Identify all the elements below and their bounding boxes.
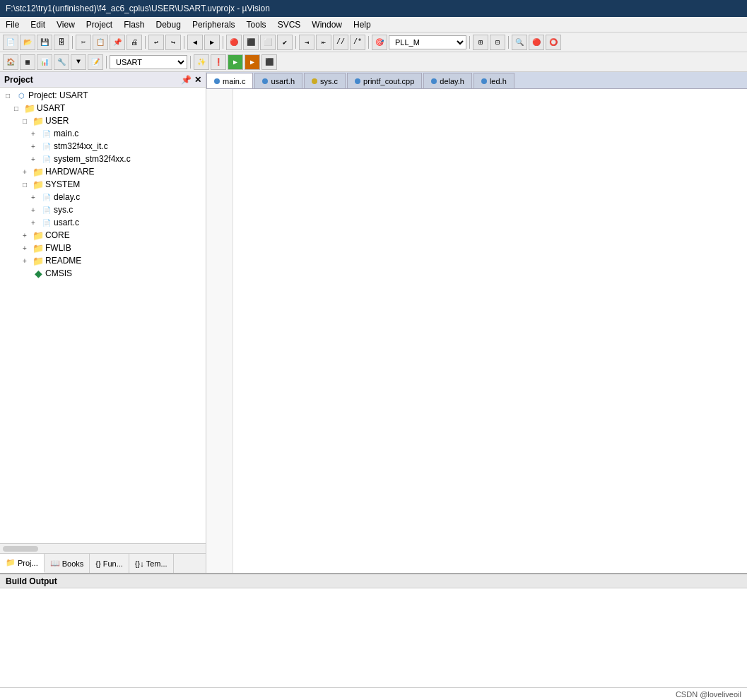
tab-label: printf_cout.cpp <box>363 77 414 85</box>
tab-sysc[interactable]: sys.c <box>304 73 346 88</box>
tab-templates[interactable]: {}↓ Tem... <box>129 554 174 573</box>
t2-b6[interactable]: ❗ <box>211 54 226 70</box>
ext2[interactable]: ⊟ <box>490 35 505 50</box>
expand-icon[interactable]: + <box>23 232 33 239</box>
undo-btn[interactable]: ↩ <box>148 35 164 50</box>
expand-icon[interactable]: + <box>31 219 41 227</box>
t2-b5[interactable]: 📝 <box>88 54 103 70</box>
tree-system-folder[interactable]: □ 📁 SYSTEM <box>0 178 206 191</box>
t2-b9[interactable]: ⬛ <box>261 54 277 70</box>
tab-project[interactable]: 📁 Proj... <box>0 554 45 573</box>
target-select[interactable]: PLL_M <box>389 35 466 49</box>
tab-delayh[interactable]: delay.h <box>423 73 472 88</box>
file-icon: 📄 <box>41 217 52 228</box>
expand-icon[interactable]: □ <box>23 181 33 189</box>
tree-file-usartc[interactable]: + 📄 usart.c <box>0 216 206 229</box>
expand-icon[interactable]: + <box>31 143 41 150</box>
bkpt-btn[interactable]: 🔴 <box>226 35 242 50</box>
stop-btn[interactable]: 🔴 <box>529 35 544 50</box>
tree-core-folder[interactable]: + 📁 CORE <box>0 229 206 242</box>
expand-icon[interactable]: + <box>23 244 33 252</box>
indent-btn[interactable]: ⇥ <box>299 35 314 50</box>
cmt-btn[interactable]: // <box>333 35 348 50</box>
wand-btn[interactable]: ✨ <box>194 54 209 70</box>
pin-icon[interactable]: 📌 <box>181 75 192 85</box>
cut-btn[interactable]: ✂ <box>76 35 91 50</box>
h-scrollbar[interactable] <box>0 543 206 553</box>
back-btn[interactable]: ◀ <box>187 35 203 50</box>
copy-btn[interactable]: 📋 <box>93 35 108 50</box>
menu-item-flash[interactable]: Flash <box>118 18 150 31</box>
t2-b3[interactable]: 🔧 <box>54 54 69 70</box>
redo-btn[interactable]: ↪ <box>165 35 181 50</box>
t2-b1[interactable]: ▦ <box>20 54 35 70</box>
tree-hardware-folder[interactable]: + 📁 HARDWARE <box>0 165 206 178</box>
tree-file-sysc2[interactable]: + 📄 sys.c <box>0 203 206 216</box>
tree-file-sysc[interactable]: + 📄 system_stm32f4xx.c <box>0 153 206 165</box>
expand-icon[interactable]: + <box>31 130 41 138</box>
target-select-2[interactable]: USART <box>110 55 187 69</box>
menu-item-debug[interactable]: Debug <box>151 18 187 31</box>
open-btn[interactable]: 📂 <box>20 35 35 50</box>
menu-item-view[interactable]: View <box>51 18 81 31</box>
menu-item-tools[interactable]: Tools <box>241 18 272 31</box>
sep3 <box>184 36 184 49</box>
tree-file-itc[interactable]: + 📄 stm32f4xx_it.c <box>0 140 206 153</box>
t2-b2[interactable]: 📊 <box>37 54 52 70</box>
t2-b4[interactable]: ▼ <box>71 54 86 70</box>
tree-project-root[interactable]: □ ⬡ Project: USART <box>0 89 206 102</box>
new-btn[interactable]: 📄 <box>3 35 18 50</box>
tab-ledh[interactable]: led.h <box>474 73 514 88</box>
print-btn[interactable]: 🖨 <box>127 35 142 50</box>
expand-icon[interactable]: □ <box>6 92 16 100</box>
close-panel-icon[interactable]: ✕ <box>194 75 201 85</box>
menu-item-svcs[interactable]: SVCS <box>272 18 307 31</box>
tab-mainc[interactable]: main.c <box>206 73 253 88</box>
tab-books[interactable]: 📖 Books <box>45 554 90 573</box>
tree-cmsis[interactable]: ◆ CMSIS <box>0 267 206 280</box>
h-scroll-thumb[interactable] <box>3 546 38 552</box>
expand-icon[interactable]: + <box>31 155 41 163</box>
folder-icon: 📁 <box>33 242 44 254</box>
tree-usart-folder[interactable]: □ 📁 USART <box>0 102 206 114</box>
tree-file-delayc[interactable]: + 📄 delay.c <box>0 191 206 203</box>
t2-b7[interactable]: ▶ <box>228 54 243 70</box>
tree-fwlib-folder[interactable]: + 📁 FWLIB <box>0 242 206 254</box>
proj-icon[interactable]: 🏠 <box>3 54 18 70</box>
tab-functions[interactable]: {} Fun... <box>90 554 129 573</box>
debug-btn[interactable]: 🔍 <box>512 35 527 50</box>
outdent-btn[interactable]: ⇤ <box>316 35 331 50</box>
menu-item-peripherals[interactable]: Peripherals <box>187 18 241 31</box>
menu-item-project[interactable]: Project <box>81 18 118 31</box>
tab-usarth[interactable]: usart.h <box>254 73 302 88</box>
target-icon[interactable]: 🎯 <box>372 35 387 50</box>
circle-btn[interactable]: ⭕ <box>546 35 561 50</box>
tree-readme-folder[interactable]: + 📁 README <box>0 254 206 267</box>
menu-item-file[interactable]: File <box>0 18 25 31</box>
code-view[interactable] <box>206 89 747 573</box>
tree-file-mainc[interactable]: + 📄 main.c <box>0 127 206 140</box>
save-all-btn[interactable]: 🗄 <box>54 35 69 50</box>
expand-icon[interactable]: + <box>31 194 41 201</box>
save-btn[interactable]: 💾 <box>37 35 52 50</box>
expand-icon[interactable]: + <box>23 168 33 176</box>
fwd-btn[interactable]: ▶ <box>204 35 220 50</box>
sep7 <box>469 36 470 49</box>
uncmt-btn[interactable]: /* <box>350 35 365 50</box>
expand-icon[interactable]: + <box>31 206 41 214</box>
menu-item-help[interactable]: Help <box>348 18 377 31</box>
paste-btn[interactable]: 📌 <box>110 35 125 50</box>
en-btn[interactable]: ✔ <box>277 35 293 50</box>
ins-btn[interactable]: ⬛ <box>243 35 259 50</box>
expand-icon[interactable]: + <box>23 257 33 265</box>
clr-btn[interactable]: ⬜ <box>260 35 276 50</box>
ext1[interactable]: ⊞ <box>473 35 488 50</box>
tab-printfcout[interactable]: printf_cout.cpp <box>347 73 422 88</box>
menu-item-window[interactable]: Window <box>306 18 348 31</box>
code-content[interactable] <box>233 89 747 573</box>
tree-user-folder[interactable]: □ 📁 USER <box>0 114 206 127</box>
t2-b8[interactable]: ▶ <box>245 54 260 70</box>
menu-item-edit[interactable]: Edit <box>25 18 51 31</box>
expand-icon[interactable]: □ <box>14 105 24 112</box>
expand-icon[interactable]: □ <box>23 117 33 125</box>
